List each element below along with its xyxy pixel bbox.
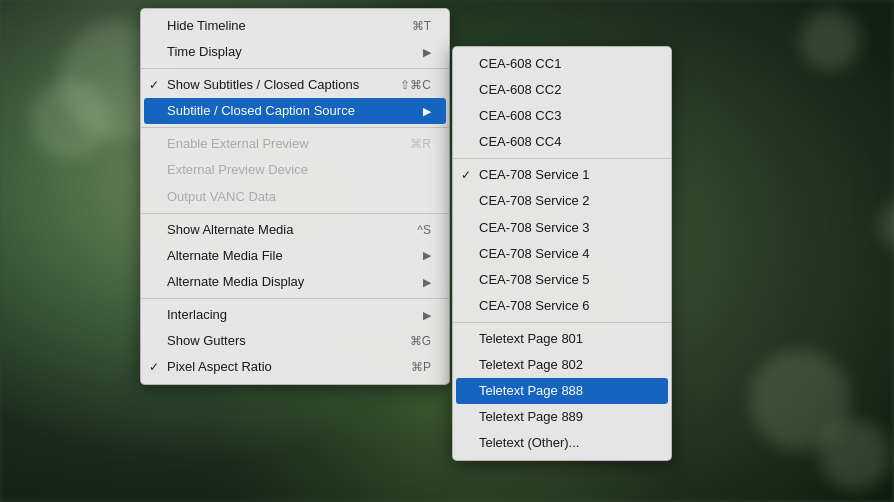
submenu-item-cea608-cc4[interactable]: CEA-608 CC4	[453, 129, 671, 155]
submenu-item-cea608-cc3[interactable]: CEA-608 CC3	[453, 103, 671, 129]
pixel-aspect-ratio-label: Pixel Aspect Ratio	[167, 356, 272, 378]
cea708-s4-label: CEA-708 Service 4	[479, 243, 590, 265]
time-display-label: Time Display	[167, 41, 242, 63]
separator-2	[141, 127, 449, 128]
submenu-item-teletext-802[interactable]: Teletext Page 802	[453, 352, 671, 378]
teletext-other-label: Teletext (Other)...	[479, 432, 579, 454]
submenu-item-teletext-other[interactable]: Teletext (Other)...	[453, 430, 671, 456]
enable-external-preview-label: Enable External Preview	[167, 133, 309, 155]
hide-timeline-label: Hide Timeline	[167, 15, 246, 37]
alternate-media-display-arrow: ▶	[399, 273, 431, 292]
cea608-cc4-label: CEA-608 CC4	[479, 131, 561, 153]
alternate-media-file-label: Alternate Media File	[167, 245, 283, 267]
menu-item-show-gutters[interactable]: Show Gutters ⌘G	[141, 328, 449, 354]
subtitle-source-arrow: ▶	[399, 102, 431, 121]
output-vanc-label: Output VANC Data	[167, 186, 276, 208]
separator-3	[141, 213, 449, 214]
submenu-item-cea708-s3[interactable]: CEA-708 Service 3	[453, 215, 671, 241]
pixel-aspect-ratio-checkmark: ✓	[149, 357, 159, 377]
menu-item-alternate-media-file[interactable]: Alternate Media File ▶	[141, 243, 449, 269]
cea608-cc3-label: CEA-608 CC3	[479, 105, 561, 127]
teletext-889-label: Teletext Page 889	[479, 406, 583, 428]
submenu-item-teletext-801[interactable]: Teletext Page 801	[453, 326, 671, 352]
alternate-media-file-arrow: ▶	[399, 246, 431, 265]
show-subtitles-label: Show Subtitles / Closed Captions	[167, 74, 359, 96]
bokeh-2	[30, 80, 110, 160]
submenu-separator-1	[453, 158, 671, 159]
submenu-item-cea708-s5[interactable]: CEA-708 Service 5	[453, 267, 671, 293]
cea608-cc1-label: CEA-608 CC1	[479, 53, 561, 75]
cea708-s1-label: CEA-708 Service 1	[479, 164, 590, 186]
show-subtitles-shortcut: ⇧⌘C	[376, 75, 431, 95]
menu-item-alternate-media-display[interactable]: Alternate Media Display ▶	[141, 269, 449, 295]
primary-menu: Hide Timeline ⌘T Time Display ▶ ✓ Show S…	[140, 8, 450, 385]
submenu-item-cea708-s2[interactable]: CEA-708 Service 2	[453, 188, 671, 214]
menu-item-output-vanc[interactable]: Output VANC Data	[141, 184, 449, 210]
interlacing-arrow: ▶	[399, 306, 431, 325]
menu-container: Hide Timeline ⌘T Time Display ▶ ✓ Show S…	[140, 8, 672, 461]
menu-item-subtitle-source[interactable]: Subtitle / Closed Caption Source ▶	[144, 98, 446, 124]
subtitle-source-label: Subtitle / Closed Caption Source	[167, 100, 355, 122]
alternate-media-display-label: Alternate Media Display	[167, 271, 304, 293]
enable-external-preview-shortcut: ⌘R	[386, 134, 431, 154]
submenu-item-cea708-s6[interactable]: CEA-708 Service 6	[453, 293, 671, 319]
submenu-item-cea608-cc1[interactable]: CEA-608 CC1	[453, 51, 671, 77]
submenu-item-cea608-cc2[interactable]: CEA-608 CC2	[453, 77, 671, 103]
hide-timeline-shortcut: ⌘T	[388, 16, 431, 36]
separator-4	[141, 298, 449, 299]
menu-item-enable-external-preview[interactable]: Enable External Preview ⌘R	[141, 131, 449, 157]
menu-item-show-subtitles[interactable]: ✓ Show Subtitles / Closed Captions ⇧⌘C	[141, 72, 449, 98]
menu-item-interlacing[interactable]: Interlacing ▶	[141, 302, 449, 328]
show-gutters-shortcut: ⌘G	[386, 331, 431, 351]
teletext-801-label: Teletext Page 801	[479, 328, 583, 350]
separator-1	[141, 68, 449, 69]
external-preview-device-label: External Preview Device	[167, 159, 308, 181]
submenu-item-cea708-s4[interactable]: CEA-708 Service 4	[453, 241, 671, 267]
menu-item-time-display[interactable]: Time Display ▶	[141, 39, 449, 65]
menu-item-show-alternate-media[interactable]: Show Alternate Media ^S	[141, 217, 449, 243]
interlacing-label: Interlacing	[167, 304, 227, 326]
cea708-s5-label: CEA-708 Service 5	[479, 269, 590, 291]
submenu-item-cea708-s1[interactable]: ✓ CEA-708 Service 1	[453, 162, 671, 188]
show-gutters-label: Show Gutters	[167, 330, 246, 352]
show-subtitles-checkmark: ✓	[149, 75, 159, 95]
show-alternate-media-label: Show Alternate Media	[167, 219, 293, 241]
menu-item-external-preview-device[interactable]: External Preview Device	[141, 157, 449, 183]
teletext-888-label: Teletext Page 888	[479, 380, 583, 402]
menu-item-hide-timeline[interactable]: Hide Timeline ⌘T	[141, 13, 449, 39]
pixel-aspect-ratio-shortcut: ⌘P	[387, 357, 431, 377]
teletext-802-label: Teletext Page 802	[479, 354, 583, 376]
submenu-separator-2	[453, 322, 671, 323]
submenu-item-teletext-888[interactable]: Teletext Page 888	[456, 378, 668, 404]
cea708-s6-label: CEA-708 Service 6	[479, 295, 590, 317]
show-alternate-media-shortcut: ^S	[393, 220, 431, 240]
cea708-s3-label: CEA-708 Service 3	[479, 217, 590, 239]
submenu-item-teletext-889[interactable]: Teletext Page 889	[453, 404, 671, 430]
cea708-s1-checkmark: ✓	[461, 165, 471, 185]
submenu-subtitle-source: CEA-608 CC1 CEA-608 CC2 CEA-608 CC3 CEA-…	[452, 46, 672, 461]
bokeh-3	[800, 10, 860, 70]
menu-item-pixel-aspect-ratio[interactable]: ✓ Pixel Aspect Ratio ⌘P	[141, 354, 449, 380]
time-display-arrow: ▶	[399, 43, 431, 62]
cea708-s2-label: CEA-708 Service 2	[479, 190, 590, 212]
bokeh-5	[820, 420, 890, 490]
cea608-cc2-label: CEA-608 CC2	[479, 79, 561, 101]
